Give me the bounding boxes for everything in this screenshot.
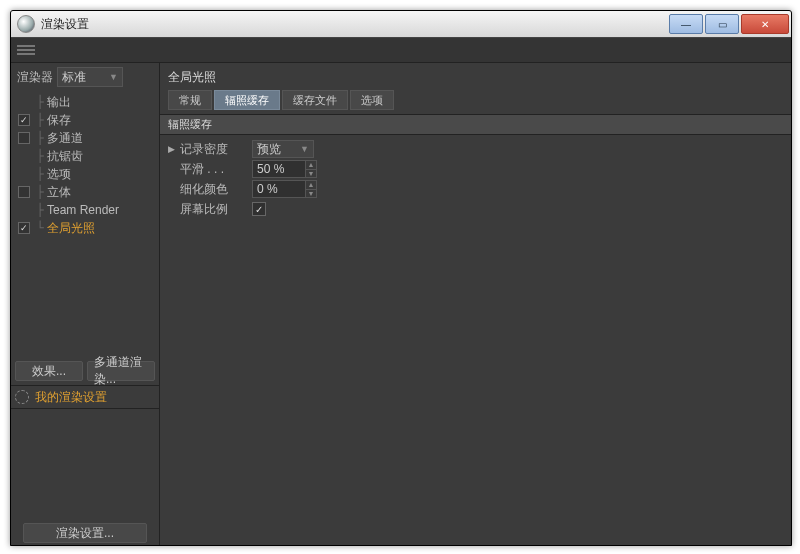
maximize-button[interactable]: ▭ xyxy=(705,14,739,34)
tab-irradiance-cache[interactable]: 辐照缓存 xyxy=(214,90,280,110)
renderer-label: 渲染器 xyxy=(17,69,53,86)
main-panel: 全局光照 常规 辐照缓存 缓存文件 选项 辐照缓存 ▶ 记录密度 预览 ▼ xyxy=(160,63,791,546)
minimize-button[interactable]: — xyxy=(669,14,703,34)
sidebar-item-output[interactable]: ├ 输出 xyxy=(11,93,159,111)
titlebar[interactable]: 渲染设置 — ▭ ✕ xyxy=(11,11,791,38)
render-settings-button[interactable]: 渲染设置... xyxy=(23,523,147,543)
parameters: ▶ 记录密度 预览 ▼ 平滑 . . . 50 % ▲▼ 细化颜色 xyxy=(160,135,791,223)
renderer-select[interactable]: 标准 ▼ xyxy=(57,67,123,87)
param-smooth: 平滑 . . . 50 % ▲▼ xyxy=(168,159,783,179)
color-refine-input[interactable]: 0 % xyxy=(252,180,306,198)
color-refine-spinner[interactable]: ▲▼ xyxy=(306,180,317,198)
sidebar-item-global-illumination[interactable]: ✓ └ 全局光照 xyxy=(11,219,159,237)
record-density-select[interactable]: 预览 ▼ xyxy=(252,140,314,158)
app-icon xyxy=(17,15,35,33)
expand-icon[interactable]: ▶ xyxy=(168,144,180,154)
param-screen-ratio: 屏幕比例 ✓ xyxy=(168,199,783,219)
screen-ratio-checkbox[interactable]: ✓ xyxy=(252,202,266,216)
window-title: 渲染设置 xyxy=(41,16,667,33)
preset-icon xyxy=(15,390,29,404)
tab-options[interactable]: 选项 xyxy=(350,90,394,110)
sidebar-tree: ├ 输出 ✓ ├ 保存 ├ 多通道 ├ 抗锯齿 ├ xyxy=(11,93,159,237)
checkbox-gi[interactable]: ✓ xyxy=(18,222,30,234)
effects-button[interactable]: 效果... xyxy=(15,361,83,381)
sidebar-item-save[interactable]: ✓ ├ 保存 xyxy=(11,111,159,129)
sidebar-item-antialias[interactable]: ├ 抗锯齿 xyxy=(11,147,159,165)
render-settings-window: 渲染设置 — ▭ ✕ 渲染器 标准 ▼ ├ 输出 xyxy=(10,10,792,546)
toolbar xyxy=(11,38,791,63)
checkbox-stereo[interactable] xyxy=(18,186,30,198)
panel-title: 全局光照 xyxy=(160,63,791,90)
chevron-down-icon: ▼ xyxy=(109,72,118,82)
chevron-down-icon: ▼ xyxy=(300,144,309,154)
close-button[interactable]: ✕ xyxy=(741,14,789,34)
tab-row: 常规 辐照缓存 缓存文件 选项 xyxy=(160,90,791,114)
preset-row[interactable]: 我的渲染设置 xyxy=(11,385,159,409)
checkbox-save[interactable]: ✓ xyxy=(18,114,30,126)
param-color-refine: 细化颜色 0 % ▲▼ xyxy=(168,179,783,199)
smooth-spinner[interactable]: ▲▼ xyxy=(306,160,317,178)
section-header: 辐照缓存 xyxy=(160,114,791,135)
smooth-input[interactable]: 50 % xyxy=(252,160,306,178)
checkbox-multipass[interactable] xyxy=(18,132,30,144)
sidebar-item-multipass[interactable]: ├ 多通道 xyxy=(11,129,159,147)
param-record-density: ▶ 记录密度 预览 ▼ xyxy=(168,139,783,159)
tab-cache-files[interactable]: 缓存文件 xyxy=(282,90,348,110)
sidebar-item-team-render[interactable]: ├ Team Render xyxy=(11,201,159,219)
multipass-render-button[interactable]: 多通道渲染... xyxy=(87,361,155,381)
tab-general[interactable]: 常规 xyxy=(168,90,212,110)
sidebar-item-stereo[interactable]: ├ 立体 xyxy=(11,183,159,201)
sidebar-item-options[interactable]: ├ 选项 xyxy=(11,165,159,183)
menu-icon[interactable] xyxy=(17,45,35,55)
sidebar: 渲染器 标准 ▼ ├ 输出 ✓ ├ 保存 ├ xyxy=(11,63,160,546)
